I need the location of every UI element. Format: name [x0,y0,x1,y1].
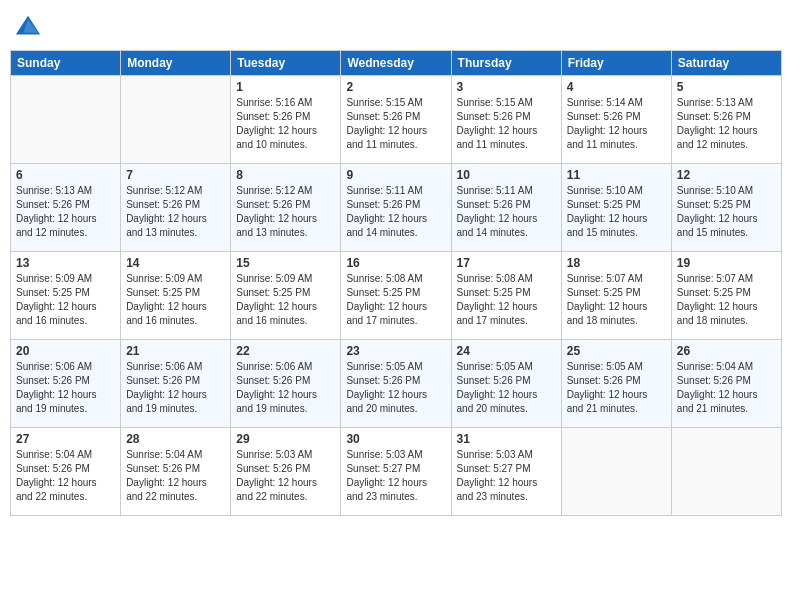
day-number: 31 [457,432,556,446]
day-number: 24 [457,344,556,358]
daylight-text: Daylight: 12 hoursand 18 minutes. [677,301,758,326]
sunset-text: Sunset: 5:26 PM [236,463,310,474]
sunrise-text: Sunrise: 5:10 AM [567,185,643,196]
day-info: Sunrise: 5:10 AMSunset: 5:25 PMDaylight:… [567,184,666,240]
daylight-text: Daylight: 12 hoursand 13 minutes. [126,213,207,238]
sunrise-text: Sunrise: 5:07 AM [567,273,643,284]
calendar-week-row: 13Sunrise: 5:09 AMSunset: 5:25 PMDayligh… [11,252,782,340]
sunrise-text: Sunrise: 5:15 AM [457,97,533,108]
sunrise-text: Sunrise: 5:16 AM [236,97,312,108]
calendar-day-cell: 15Sunrise: 5:09 AMSunset: 5:25 PMDayligh… [231,252,341,340]
logo [14,14,44,42]
daylight-text: Daylight: 12 hoursand 16 minutes. [236,301,317,326]
day-number: 4 [567,80,666,94]
daylight-text: Daylight: 12 hoursand 23 minutes. [346,477,427,502]
day-number: 3 [457,80,556,94]
calendar-day-cell: 4Sunrise: 5:14 AMSunset: 5:26 PMDaylight… [561,76,671,164]
day-number: 14 [126,256,225,270]
day-number: 15 [236,256,335,270]
day-number: 17 [457,256,556,270]
day-number: 9 [346,168,445,182]
daylight-text: Daylight: 12 hoursand 18 minutes. [567,301,648,326]
day-info: Sunrise: 5:05 AMSunset: 5:26 PMDaylight:… [567,360,666,416]
day-info: Sunrise: 5:09 AMSunset: 5:25 PMDaylight:… [236,272,335,328]
day-number: 25 [567,344,666,358]
day-info: Sunrise: 5:15 AMSunset: 5:26 PMDaylight:… [346,96,445,152]
day-number: 27 [16,432,115,446]
weekday-header: Sunday [11,51,121,76]
sunset-text: Sunset: 5:26 PM [236,375,310,386]
day-number: 8 [236,168,335,182]
day-number: 6 [16,168,115,182]
daylight-text: Daylight: 12 hoursand 21 minutes. [567,389,648,414]
sunrise-text: Sunrise: 5:03 AM [236,449,312,460]
daylight-text: Daylight: 12 hoursand 16 minutes. [126,301,207,326]
daylight-text: Daylight: 12 hoursand 17 minutes. [346,301,427,326]
calendar-day-cell: 11Sunrise: 5:10 AMSunset: 5:25 PMDayligh… [561,164,671,252]
sunset-text: Sunset: 5:26 PM [126,199,200,210]
sunset-text: Sunset: 5:26 PM [457,199,531,210]
sunset-text: Sunset: 5:25 PM [457,287,531,298]
sunset-text: Sunset: 5:26 PM [457,375,531,386]
day-info: Sunrise: 5:04 AMSunset: 5:26 PMDaylight:… [16,448,115,504]
calendar-day-cell [561,428,671,516]
sunset-text: Sunset: 5:25 PM [16,287,90,298]
day-number: 11 [567,168,666,182]
calendar-day-cell: 7Sunrise: 5:12 AMSunset: 5:26 PMDaylight… [121,164,231,252]
daylight-text: Daylight: 12 hoursand 23 minutes. [457,477,538,502]
sunset-text: Sunset: 5:25 PM [677,199,751,210]
daylight-text: Daylight: 12 hoursand 12 minutes. [677,125,758,150]
sunrise-text: Sunrise: 5:04 AM [126,449,202,460]
sunrise-text: Sunrise: 5:04 AM [16,449,92,460]
day-number: 23 [346,344,445,358]
day-number: 21 [126,344,225,358]
sunrise-text: Sunrise: 5:15 AM [346,97,422,108]
day-info: Sunrise: 5:13 AMSunset: 5:26 PMDaylight:… [677,96,776,152]
daylight-text: Daylight: 12 hoursand 10 minutes. [236,125,317,150]
calendar-day-cell: 25Sunrise: 5:05 AMSunset: 5:26 PMDayligh… [561,340,671,428]
daylight-text: Daylight: 12 hoursand 20 minutes. [346,389,427,414]
daylight-text: Daylight: 12 hoursand 16 minutes. [16,301,97,326]
calendar-week-row: 6Sunrise: 5:13 AMSunset: 5:26 PMDaylight… [11,164,782,252]
calendar-week-row: 1Sunrise: 5:16 AMSunset: 5:26 PMDaylight… [11,76,782,164]
daylight-text: Daylight: 12 hoursand 14 minutes. [346,213,427,238]
sunset-text: Sunset: 5:26 PM [567,111,641,122]
daylight-text: Daylight: 12 hoursand 22 minutes. [236,477,317,502]
day-number: 2 [346,80,445,94]
daylight-text: Daylight: 12 hoursand 14 minutes. [457,213,538,238]
sunrise-text: Sunrise: 5:09 AM [236,273,312,284]
calendar-day-cell [671,428,781,516]
daylight-text: Daylight: 12 hoursand 21 minutes. [677,389,758,414]
day-number: 5 [677,80,776,94]
daylight-text: Daylight: 12 hoursand 22 minutes. [16,477,97,502]
day-number: 13 [16,256,115,270]
sunset-text: Sunset: 5:26 PM [16,199,90,210]
sunset-text: Sunset: 5:25 PM [567,199,641,210]
calendar-day-cell: 5Sunrise: 5:13 AMSunset: 5:26 PMDaylight… [671,76,781,164]
day-info: Sunrise: 5:08 AMSunset: 5:25 PMDaylight:… [346,272,445,328]
sunset-text: Sunset: 5:26 PM [126,375,200,386]
calendar-day-cell: 14Sunrise: 5:09 AMSunset: 5:25 PMDayligh… [121,252,231,340]
sunset-text: Sunset: 5:26 PM [236,111,310,122]
sunset-text: Sunset: 5:25 PM [236,287,310,298]
calendar-table: SundayMondayTuesdayWednesdayThursdayFrid… [10,50,782,516]
sunrise-text: Sunrise: 5:13 AM [16,185,92,196]
day-number: 28 [126,432,225,446]
sunrise-text: Sunrise: 5:13 AM [677,97,753,108]
sunset-text: Sunset: 5:26 PM [346,375,420,386]
sunset-text: Sunset: 5:26 PM [346,111,420,122]
sunset-text: Sunset: 5:25 PM [567,287,641,298]
sunrise-text: Sunrise: 5:09 AM [16,273,92,284]
sunrise-text: Sunrise: 5:07 AM [677,273,753,284]
day-number: 18 [567,256,666,270]
weekday-header: Tuesday [231,51,341,76]
day-info: Sunrise: 5:09 AMSunset: 5:25 PMDaylight:… [126,272,225,328]
day-number: 19 [677,256,776,270]
weekday-header: Wednesday [341,51,451,76]
calendar-header-row: SundayMondayTuesdayWednesdayThursdayFrid… [11,51,782,76]
calendar-day-cell: 26Sunrise: 5:04 AMSunset: 5:26 PMDayligh… [671,340,781,428]
sunrise-text: Sunrise: 5:10 AM [677,185,753,196]
sunrise-text: Sunrise: 5:06 AM [126,361,202,372]
day-info: Sunrise: 5:03 AMSunset: 5:27 PMDaylight:… [346,448,445,504]
day-info: Sunrise: 5:11 AMSunset: 5:26 PMDaylight:… [346,184,445,240]
